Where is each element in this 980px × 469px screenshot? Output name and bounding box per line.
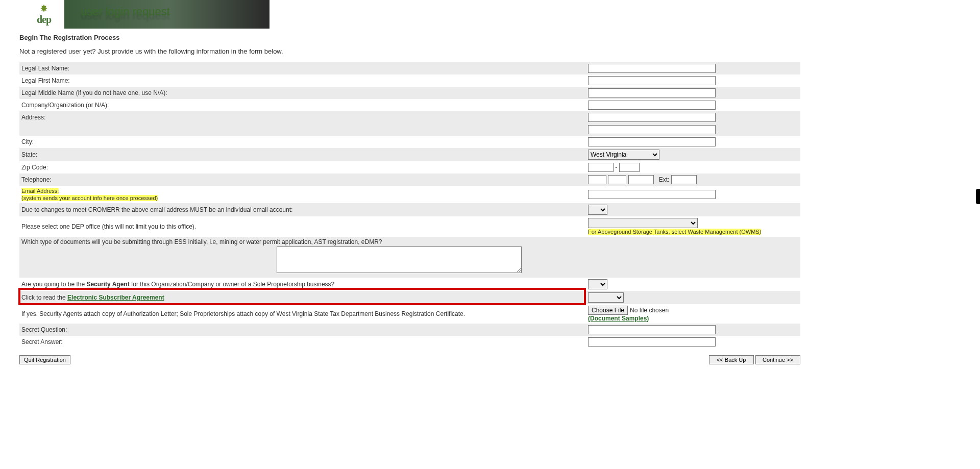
label-secret-q: Secret Question: [19,324,586,336]
page-heading: Begin The Registration Process [19,34,800,41]
label-dep-office: Please select one DEP office (this will … [19,216,586,237]
esa-link[interactable]: Electronic Subscriber Agreement [67,294,164,301]
email-note: (system sends your account info here onc… [21,195,158,201]
secret-answer-field[interactable] [588,337,716,347]
security-agent-post: for this Organization/Company or owner o… [130,281,335,288]
label-telephone: Telephone: [19,174,586,186]
page-subtext: Not a registered user yet? Just provide … [19,47,800,55]
company-field[interactable] [588,101,716,110]
zip2-field[interactable] [619,163,640,172]
secret-question-field[interactable] [588,325,716,334]
quit-button[interactable]: Quit Registration [19,355,70,364]
tel2-field[interactable] [608,175,626,184]
label-first-name: Legal First Name: [19,75,586,87]
security-agent-bold: Security Agent [86,281,129,288]
tel3-field[interactable] [628,175,654,184]
dep-office-note: For Aboveground Storage Tanks, select Wa… [588,229,761,235]
esa-pre: Click to read the [21,294,67,301]
esa-select[interactable] [588,292,624,303]
label-address: Address: [19,111,586,124]
label-company: Company/Organization (or N/A): [19,99,586,111]
last-name-field[interactable] [588,64,716,73]
doc-samples-link[interactable]: (Document Samples) [588,315,649,322]
back-button[interactable]: << Back Up [709,355,754,364]
address1-field[interactable] [588,113,716,122]
label-city: City: [19,136,586,148]
tel-ext-field[interactable] [671,175,697,184]
email-field[interactable] [588,190,716,199]
city-field[interactable] [588,137,716,146]
label-email: Email Address: [21,188,59,194]
zip1-field[interactable] [588,163,614,172]
label-cromerr: Due to changes to meet CROMERR the above… [19,203,586,216]
security-agent-pre: Are you going to be the [21,281,86,288]
middle-name-field[interactable] [588,88,716,97]
label-last-name: Legal Last Name: [19,62,586,75]
header-banner: dep user login request [19,0,270,29]
banner-title: user login request [81,5,170,18]
label-doc-types: Which type of documents will you be subm… [21,238,382,245]
cromerr-select[interactable] [588,205,607,215]
label-state: State: [19,148,586,161]
logo: dep [23,0,64,29]
registration-form: Legal Last Name: Legal First Name: Legal… [19,62,800,348]
logo-text: dep [37,14,51,26]
tel1-field[interactable] [588,175,606,184]
address2-field[interactable] [588,125,716,134]
continue-button[interactable]: Continue >> [755,355,800,364]
label-attach: If yes, Security Agents attach copy of A… [19,304,586,324]
no-file-text: No file chosen [630,307,669,314]
dep-office-select[interactable] [588,218,698,228]
first-name-field[interactable] [588,76,716,85]
label-ext: Ext: [659,176,670,183]
doc-types-field[interactable] [277,246,522,273]
label-secret-a: Secret Answer: [19,336,586,348]
state-select[interactable]: West Virginia [588,150,659,160]
side-tab[interactable] [976,189,980,204]
label-address2 [19,124,586,136]
choose-file-button[interactable]: Choose File [588,306,628,315]
leaf-icon [39,4,49,14]
label-zip: Zip Code: [19,161,586,174]
security-agent-select[interactable] [588,279,607,289]
label-middle-name: Legal Middle Name (if you do not have on… [19,87,586,99]
